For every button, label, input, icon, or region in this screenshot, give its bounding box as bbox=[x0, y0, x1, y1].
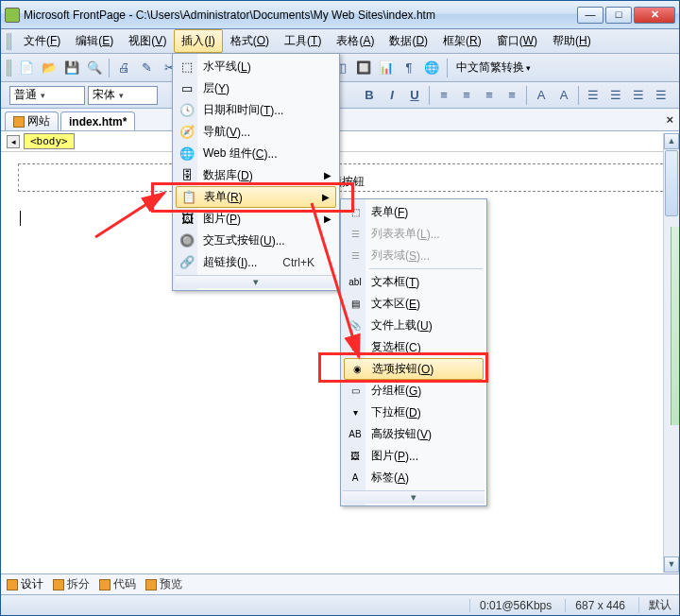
separator bbox=[429, 86, 430, 105]
view-设计[interactable]: 设计 bbox=[7, 576, 43, 592]
toolbar-btn-14[interactable]: 🔲 bbox=[353, 58, 374, 78]
form-submenu[interactable]: ⬚表单(F)☰列表表单(L)...☰列表域(S)...abl文本框(T)▤文本区… bbox=[340, 198, 487, 506]
menu-expand-button[interactable]: ▾ bbox=[175, 275, 337, 288]
form-f[interactable]: ⬚表单(F) bbox=[343, 201, 484, 223]
view-icon bbox=[99, 579, 110, 590]
view-预览[interactable]: 预览 bbox=[145, 576, 182, 592]
form-v[interactable]: AB高级按钮(V) bbox=[343, 423, 484, 445]
view-拆分[interactable]: 拆分 bbox=[53, 576, 90, 592]
menu-r[interactable]: 框架(R) bbox=[435, 29, 489, 53]
toolbar-btn-4[interactable]: 🖨 bbox=[113, 58, 134, 78]
menu-icon: ☰ bbox=[347, 226, 364, 243]
toolbar-btn-0[interactable]: 📄 bbox=[16, 58, 37, 78]
scroll-thumb[interactable] bbox=[665, 150, 678, 216]
folder-icon bbox=[13, 116, 25, 128]
grip-icon bbox=[7, 60, 11, 77]
menu-icon: ☰ bbox=[347, 248, 364, 265]
menu-w[interactable]: 窗口(W) bbox=[489, 29, 545, 53]
menu-i[interactable]: 插入(I) bbox=[174, 29, 222, 53]
insert-c[interactable]: 🌐Web 组件(C)... bbox=[175, 143, 337, 164]
tab-close-button[interactable]: × bbox=[666, 112, 673, 127]
menu-separator bbox=[369, 268, 483, 269]
menu-a[interactable]: 表格(A) bbox=[329, 29, 382, 53]
insert-u[interactable]: 🔘交互式按钮(U)... bbox=[175, 230, 337, 251]
form-l: ☰列表表单(L)... bbox=[343, 223, 484, 245]
menu-icon: 📋 bbox=[180, 189, 197, 206]
menu-t[interactable]: 工具(T) bbox=[277, 29, 329, 53]
view-icon bbox=[145, 579, 157, 590]
toolbar-btn-2[interactable]: 💾 bbox=[61, 58, 82, 78]
format-btn-10[interactable]: ☰ bbox=[605, 85, 626, 106]
menu-icon: 🖼 bbox=[347, 448, 364, 465]
format-btn-0[interactable]: B bbox=[359, 85, 380, 106]
toolbar-btn-16[interactable]: ¶ bbox=[399, 58, 419, 78]
menu-f[interactable]: 文件(F) bbox=[16, 29, 68, 53]
breadcrumb-prev-button[interactable]: ◂ bbox=[7, 135, 20, 148]
toolbar-standard: 📄📂💾🔍🖨✎✂📋📋✓↶↷▦◫🔲📊¶🌐 中文简繁转换▾ bbox=[1, 54, 679, 82]
format-btn-7[interactable]: A bbox=[531, 85, 552, 106]
insert-v[interactable]: 🧭导航(V)... bbox=[175, 121, 337, 143]
insert-menu[interactable]: ⬚水平线(L)▭层(Y)🕓日期和时间(T)...🧭导航(V)...🌐Web 组件… bbox=[172, 53, 340, 291]
minimize-button[interactable]: — bbox=[577, 7, 604, 24]
form-t[interactable]: abl文本框(T) bbox=[343, 271, 484, 293]
format-btn-11[interactable]: ☰ bbox=[628, 85, 649, 106]
toolbar-btn-15[interactable]: 📊 bbox=[376, 58, 397, 78]
form-s: ☰列表域(S)... bbox=[343, 245, 484, 266]
menu-icon: ▤ bbox=[347, 296, 364, 313]
toolbar-btn-17[interactable]: 🌐 bbox=[421, 58, 442, 78]
scroll-up-button[interactable]: ▲ bbox=[664, 133, 679, 149]
toolbar-btn-3[interactable]: 🔍 bbox=[84, 58, 105, 78]
statusbar: 0:01@56Kbps 687 x 446 默认 bbox=[1, 594, 679, 615]
close-button[interactable]: ✕ bbox=[634, 7, 675, 24]
format-btn-1[interactable]: I bbox=[382, 85, 402, 106]
format-btn-4[interactable]: ≡ bbox=[456, 85, 477, 106]
format-btn-9[interactable]: ☰ bbox=[583, 85, 604, 106]
format-btn-8[interactable]: A bbox=[553, 85, 574, 106]
form-o[interactable]: ◉选项按钮(O) bbox=[344, 358, 484, 380]
app-icon bbox=[5, 8, 20, 23]
form-d[interactable]: ▾下拉框(D) bbox=[343, 402, 484, 423]
format-btn-6[interactable]: ≡ bbox=[502, 85, 522, 106]
format-btn-3[interactable]: ≡ bbox=[434, 85, 454, 106]
insert-i[interactable]: 🔗超链接(I)...Ctrl+K bbox=[175, 251, 337, 273]
view-icon bbox=[53, 579, 64, 590]
view-icon bbox=[7, 579, 18, 590]
form-u[interactable]: 📎文件上载(U) bbox=[343, 315, 484, 336]
format-btn-5[interactable]: ≡ bbox=[479, 85, 500, 106]
insert-l[interactable]: ⬚水平线(L) bbox=[175, 56, 337, 77]
view-switcher: 设计拆分代码预览 bbox=[1, 573, 679, 594]
form-g[interactable]: ▭分组框(G) bbox=[343, 380, 484, 402]
tab-index-htm[interactable]: index.htm* bbox=[60, 111, 135, 130]
menu-expand-button[interactable]: ▾ bbox=[343, 490, 484, 504]
scroll-down-button[interactable]: ▼ bbox=[664, 556, 679, 573]
menu-d[interactable]: 数据(D) bbox=[382, 29, 435, 53]
menu-icon: 🖼 bbox=[178, 211, 196, 228]
insert-t[interactable]: 🕓日期和时间(T)... bbox=[175, 99, 337, 121]
insert-y[interactable]: ▭层(Y) bbox=[175, 77, 337, 99]
menu-icon: ⬚ bbox=[347, 204, 364, 221]
menu-v[interactable]: 视图(V) bbox=[121, 29, 174, 53]
menu-icon: 🌐 bbox=[178, 145, 196, 163]
form-e[interactable]: ▤文本区(E) bbox=[343, 293, 484, 315]
form-a[interactable]: A标签(A) bbox=[343, 467, 484, 488]
format-btn-2[interactable]: U bbox=[404, 85, 425, 106]
menu-e[interactable]: 编辑(E) bbox=[68, 29, 121, 53]
insert-d[interactable]: 🗄数据库(D)▶ bbox=[175, 164, 337, 186]
form-c[interactable]: ☑复选框(C) bbox=[343, 336, 484, 358]
breadcrumb-body-tag[interactable]: <body> bbox=[24, 133, 75, 149]
insert-p[interactable]: 🖼图片(P)▶ bbox=[175, 208, 337, 230]
encoding-dropdown[interactable]: 中文简繁转换▾ bbox=[452, 60, 535, 76]
toolbar-btn-5[interactable]: ✎ bbox=[136, 58, 157, 78]
form-p[interactable]: 🖼图片(P)... bbox=[343, 445, 484, 467]
font-combo[interactable]: 宋体▾ bbox=[88, 86, 158, 105]
insert-r[interactable]: 📋表单(R)▶ bbox=[176, 186, 336, 208]
menu-o[interactable]: 格式(O) bbox=[223, 29, 277, 53]
separator bbox=[578, 86, 579, 105]
menu-h[interactable]: 帮助(H) bbox=[545, 29, 599, 53]
toolbar-btn-1[interactable]: 📂 bbox=[39, 58, 60, 78]
maximize-button[interactable]: □ bbox=[605, 7, 632, 24]
format-btn-12[interactable]: ☰ bbox=[651, 85, 672, 106]
view-代码[interactable]: 代码 bbox=[99, 576, 136, 592]
tab-website[interactable]: 网站 bbox=[5, 111, 59, 130]
style-combo[interactable]: 普通▾ bbox=[9, 86, 85, 105]
